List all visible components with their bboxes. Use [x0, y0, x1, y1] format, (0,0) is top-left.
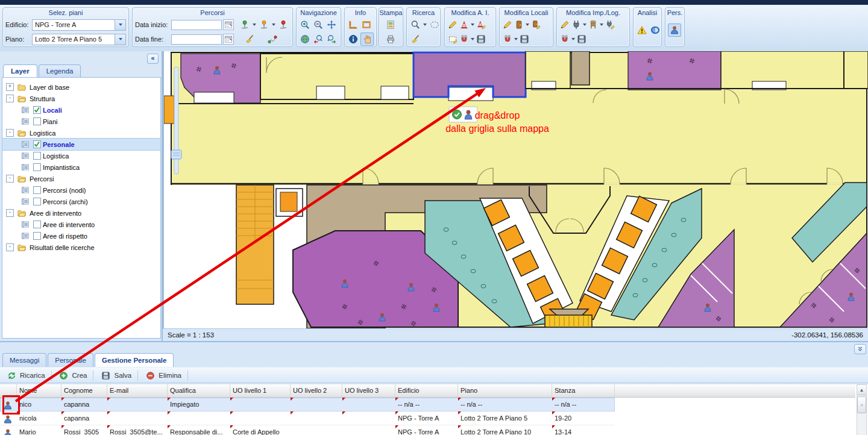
elimina-button[interactable]: Elimina: [141, 368, 184, 383]
start-pin-icon[interactable]: [239, 19, 251, 31]
edificio-select[interactable]: NPG - Torre A: [32, 19, 126, 31]
cell-stanza[interactable]: 19-20: [552, 412, 615, 425]
printer-icon[interactable]: [385, 33, 397, 45]
cell-stanza[interactable]: -- n/a --: [552, 398, 615, 411]
chevron-down-icon[interactable]: [514, 38, 518, 40]
cell-nome[interactable]: Mario: [17, 425, 61, 435]
zoom-out-icon[interactable]: [312, 19, 324, 31]
cell-email[interactable]: Rossi_3505@te...: [107, 425, 168, 435]
tab-personale[interactable]: Personale: [48, 353, 93, 367]
tree-item-risultati-ricerche[interactable]: - Risultati delle ricerche: [2, 242, 160, 253]
cell-uo3[interactable]: [342, 398, 395, 411]
chevron-down-icon[interactable]: [526, 23, 529, 26]
expand-icon[interactable]: -: [6, 95, 14, 102]
checkbox-unchecked[interactable]: [33, 117, 41, 125]
cell-piano[interactable]: Lotto 2 Torre A Piano 10: [458, 425, 552, 435]
clear-route-icon[interactable]: [244, 33, 256, 45]
scroll-up-icon[interactable]: ▲: [857, 385, 866, 395]
header-icon-column[interactable]: [0, 384, 17, 397]
clear-search-icon[interactable]: [409, 33, 421, 45]
tab-legenda[interactable]: Legenda: [39, 64, 81, 78]
tree-item-logistica-folder[interactable]: - Logistica: [2, 127, 160, 139]
cell-cognome[interactable]: capanna: [61, 398, 107, 411]
checkbox-unchecked[interactable]: [33, 152, 41, 160]
header-stanza[interactable]: Stanza: [552, 384, 615, 397]
furniture-icon[interactable]: [588, 19, 599, 30]
checkbox-unchecked[interactable]: [33, 198, 41, 205]
cone-icon[interactable]: [459, 19, 470, 30]
cell-uo2[interactable]: [291, 425, 342, 435]
cell-nome[interactable]: nico: [17, 398, 61, 411]
measure-length-icon[interactable]: [347, 19, 359, 31]
table-row[interactable]: nicola capanna NPG - Torre A Lotto 2 Tor…: [0, 412, 615, 425]
cone-edit-icon[interactable]: [476, 19, 486, 30]
tree-item-aree-di-rispetto[interactable]: Aree di rispetto: [2, 230, 160, 242]
expand-icon[interactable]: +: [6, 83, 14, 91]
edit-icon[interactable]: [447, 19, 458, 30]
save-icon[interactable]: [576, 34, 587, 45]
header-qualifica[interactable]: Qualifica: [168, 384, 230, 397]
salva-button[interactable]: Salva: [96, 368, 134, 383]
cell-qualifica[interactable]: Responsabile di...: [168, 425, 230, 435]
checkbox-checked[interactable]: [33, 106, 41, 114]
data-inizio-input[interactable]: [171, 20, 222, 30]
cell-stanza[interactable]: 13-14: [552, 425, 615, 435]
tree-item-locali[interactable]: Locali: [2, 104, 160, 116]
header-uo1[interactable]: UO livello 1: [230, 384, 291, 397]
hand-icon[interactable]: [360, 33, 374, 46]
edit-icon[interactable]: [559, 19, 570, 30]
piano-select[interactable]: Lotto 2 Torre A Piano 5: [32, 34, 126, 45]
grid-scrollbar[interactable]: ▲ ≡: [857, 384, 867, 435]
cell-uo2[interactable]: [291, 398, 342, 411]
person-icon[interactable]: [668, 23, 681, 37]
spatial-search-icon[interactable]: [429, 19, 441, 31]
plug-icon[interactable]: [571, 19, 582, 30]
scrollbar-thumb[interactable]: ≡: [857, 396, 866, 413]
tree-item-logistica-layer[interactable]: Logistica: [2, 150, 160, 161]
floorplan-map[interactable]: [164, 51, 868, 328]
cell-edificio[interactable]: -- n/a --: [395, 398, 458, 411]
full-extent-icon[interactable]: [299, 33, 311, 45]
panel-collapse-button[interactable]: [854, 344, 866, 354]
cell-edificio[interactable]: NPG - Torre A: [395, 425, 458, 435]
plug-edit-icon[interactable]: [605, 19, 615, 30]
header-uo3[interactable]: UO livello 3: [342, 384, 395, 397]
tree-item-personale[interactable]: Personale: [2, 139, 160, 150]
cell-uo3[interactable]: [342, 425, 395, 435]
map-viewport[interactable]: drag&drop dalla griglia sulla mappa: [163, 51, 868, 328]
cell-uo1[interactable]: [230, 398, 291, 411]
calendar-icon[interactable]: [223, 19, 234, 30]
cell-email[interactable]: [107, 398, 168, 411]
chevron-down-icon[interactable]: [423, 23, 427, 26]
tab-messaggi[interactable]: Messaggi: [2, 353, 46, 367]
chevron-down-icon[interactable]: [115, 20, 125, 30]
route-icon[interactable]: [266, 33, 278, 45]
calendar-icon[interactable]: [223, 34, 234, 45]
zoom-previous-icon[interactable]: [312, 33, 324, 45]
header-edificio[interactable]: Edificio: [395, 384, 458, 397]
zoom-slider-handle[interactable]: [171, 150, 181, 159]
door-edit-icon[interactable]: [530, 19, 541, 30]
cell-uo1[interactable]: Corte di Appello: [230, 425, 291, 435]
tree-item-percorsi-archi[interactable]: Percorsi (archi): [2, 196, 160, 207]
chevron-down-icon[interactable]: [600, 23, 603, 26]
cell-uo2[interactable]: [291, 412, 342, 425]
cell-nome[interactable]: nicola: [17, 412, 61, 425]
table-row[interactable]: Mario Rossi_3505 Rossi_3505@te... Respon…: [0, 425, 615, 435]
sidebar-collapse-button[interactable]: «: [147, 54, 159, 64]
pan-icon[interactable]: [326, 19, 338, 31]
table-row[interactable]: nico capanna Impiegato -- n/a -- -- n/a …: [0, 398, 615, 412]
zoom-in-icon[interactable]: [299, 19, 311, 31]
person-icon[interactable]: [2, 415, 13, 424]
door-icon[interactable]: [514, 19, 524, 30]
chevron-down-icon[interactable]: [571, 38, 575, 40]
checkbox-checked[interactable]: [33, 140, 41, 148]
edit-icon[interactable]: [502, 19, 513, 30]
expand-icon[interactable]: -: [6, 129, 14, 137]
tab-gestione-personale[interactable]: Gestione Personale: [95, 353, 174, 367]
zoom-next-icon[interactable]: [326, 33, 338, 45]
end-pin-icon[interactable]: [258, 19, 270, 31]
tree-item-percorsi-folder[interactable]: - Percorsi: [2, 173, 160, 184]
expand-icon[interactable]: -: [6, 243, 14, 251]
checkbox-unchecked[interactable]: [33, 221, 41, 228]
